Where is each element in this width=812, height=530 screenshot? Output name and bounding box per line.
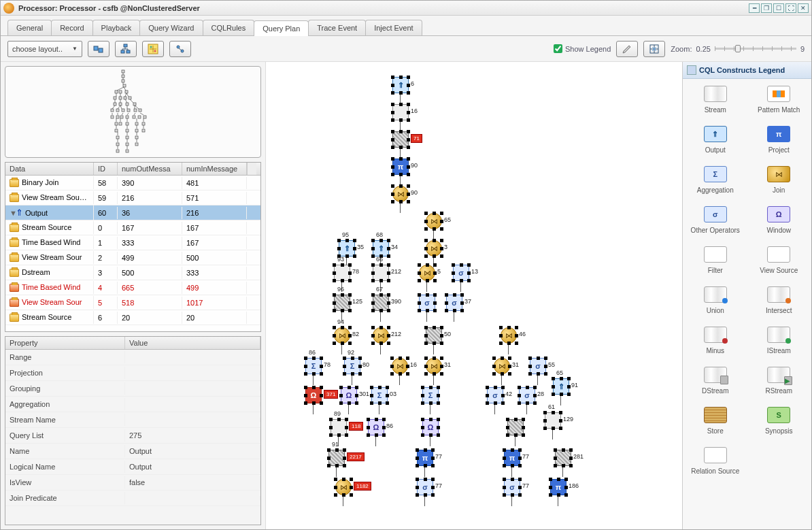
table-row[interactable]: Dstream3500333 bbox=[5, 265, 260, 280]
fullscreen-button[interactable]: ⛶ bbox=[785, 3, 796, 13]
table-row[interactable]: Stream Source0167167 bbox=[5, 220, 260, 235]
table-row[interactable]: View Stream Sour55181017 bbox=[5, 295, 260, 310]
property-row[interactable]: IsViewfalse bbox=[5, 475, 260, 491]
plan-node-sigma[interactable]: σ77 bbox=[417, 479, 433, 495]
plan-node-join[interactable]: ⋈9482 bbox=[334, 327, 350, 344]
toolbar-button-3[interactable] bbox=[142, 41, 164, 57]
plan-node-store[interactable]: 61129 bbox=[545, 412, 561, 429]
plan-node-join[interactable]: ⋈1182 bbox=[335, 479, 352, 495]
plan-node-join[interactable]: ⋈16 bbox=[392, 358, 408, 374]
minimap[interactable] bbox=[5, 66, 261, 158]
maximize-button[interactable]: ☐ bbox=[773, 3, 784, 13]
plan-node-store[interactable]: 89118 bbox=[331, 419, 347, 435]
property-row[interactable]: Query List275 bbox=[5, 428, 260, 444]
plan-node-join[interactable]: ⋈3 bbox=[426, 240, 442, 256]
table-row[interactable]: Time Based Wind4665499 bbox=[5, 280, 260, 295]
table-row[interactable]: View Stream Source59216571 bbox=[5, 191, 260, 205]
fit-button[interactable] bbox=[643, 41, 665, 57]
plan-node-sigma[interactable]: σ42 bbox=[487, 387, 503, 403]
plan-node-hatch[interactable]: 50 bbox=[426, 327, 442, 344]
plan-node-hatch[interactable]: 67390 bbox=[373, 295, 389, 311]
col-header-id[interactable]: ID bbox=[94, 163, 118, 175]
plan-node-join[interactable]: ⋈5 bbox=[419, 265, 435, 281]
tab-inject-event[interactable]: Inject Event bbox=[365, 20, 422, 35]
toolbar-button-1[interactable] bbox=[88, 41, 109, 57]
property-row[interactable]: NameOutput bbox=[5, 444, 260, 459]
col-header-in[interactable]: numInMessage bbox=[182, 163, 247, 175]
tab-playback[interactable]: Playback bbox=[92, 20, 141, 35]
plan-node-omega[interactable]: Ω86 bbox=[368, 419, 384, 435]
plan-node-agg[interactable]: Σ9280 bbox=[344, 358, 360, 374]
plan-node-join[interactable]: ⋈31 bbox=[426, 358, 442, 374]
tab-query-wizard[interactable]: Query Wizard bbox=[139, 20, 203, 35]
plan-node-store[interactable]: 9378 bbox=[334, 265, 350, 281]
plan-node-output[interactable]: ⇑6591 bbox=[553, 378, 569, 395]
col-header-data[interactable]: Data bbox=[5, 163, 94, 175]
tab-general[interactable]: General bbox=[7, 20, 52, 35]
plan-node-sigma[interactable]: σ77 bbox=[504, 479, 520, 495]
query-plan-canvas[interactable]: ⇑61671π90⋈90⋈65⇑9535⇑6834⋈3937866212⋈5σ1… bbox=[266, 62, 682, 529]
plan-node-join[interactable]: ⋈31 bbox=[494, 358, 510, 374]
plan-node-agg[interactable]: Σ bbox=[422, 387, 439, 403]
plan-node-store[interactable]: 16 bbox=[392, 104, 409, 120]
show-legend-input[interactable] bbox=[554, 44, 562, 53]
layout-select[interactable]: choose layout.. ▼ bbox=[7, 41, 82, 57]
table-row[interactable]: Stream Source62020 bbox=[5, 310, 260, 325]
plan-node-output[interactable]: ⇑9535 bbox=[339, 240, 355, 256]
plan-node-project[interactable]: π90 bbox=[392, 159, 409, 175]
plan-node-store[interactable]: 66212 bbox=[373, 265, 389, 281]
plan-node-project[interactable]: π77 bbox=[417, 450, 433, 466]
minimize-button[interactable]: ━ bbox=[749, 3, 760, 13]
plan-node-agg[interactable]: Σ03 bbox=[371, 387, 388, 403]
table-row[interactable]: View Stream Sour2499500 bbox=[5, 250, 260, 265]
toolbar-button-2[interactable] bbox=[115, 41, 137, 57]
property-row[interactable]: Join Predicate bbox=[5, 491, 260, 506]
plan-node-sigma[interactable]: σ bbox=[419, 295, 435, 311]
col-header-out[interactable]: numOutMessa bbox=[118, 163, 182, 175]
plan-node-sigma[interactable]: σ28 bbox=[519, 387, 535, 403]
toolbar-button-4[interactable] bbox=[169, 41, 191, 57]
property-grid-body[interactable]: RangeProjectionGroupingAggregationStream… bbox=[5, 350, 260, 525]
plan-node-agg[interactable]: Σ8678 bbox=[305, 358, 322, 374]
plan-node-output[interactable]: ⇑6 bbox=[392, 77, 409, 93]
property-row[interactable]: Stream Name bbox=[5, 412, 260, 428]
restore-down-button[interactable]: ❐ bbox=[761, 3, 772, 13]
data-grid-body[interactable]: Binary Join58390481View Stream Source592… bbox=[5, 176, 260, 331]
plan-node-sigma[interactable]: σ55 bbox=[530, 358, 546, 374]
col-header-property[interactable]: Property bbox=[5, 337, 125, 349]
plan-node-hatch[interactable] bbox=[507, 419, 524, 435]
zoom-slider[interactable] bbox=[715, 48, 796, 50]
show-legend-checkbox[interactable]: Show Legend bbox=[554, 44, 611, 53]
property-row[interactable]: Aggregation bbox=[5, 397, 260, 412]
tab-query-plan[interactable]: Query Plan bbox=[254, 20, 309, 36]
col-header-value[interactable]: Value bbox=[125, 337, 260, 349]
plan-node-join[interactable]: ⋈46 bbox=[501, 327, 517, 344]
plan-node-hatch[interactable]: 96125 bbox=[334, 295, 350, 311]
tab-record[interactable]: Record bbox=[51, 20, 92, 35]
table-row[interactable]: Time Based Wind1333167 bbox=[5, 235, 260, 250]
property-row[interactable]: Grouping bbox=[5, 381, 260, 397]
table-row[interactable]: ▼⇑ Output6036216 bbox=[5, 205, 260, 220]
close-button[interactable]: ✕ bbox=[798, 3, 809, 13]
property-row[interactable]: Projection bbox=[5, 365, 260, 381]
plan-node-sigma[interactable]: σ37 bbox=[446, 295, 462, 311]
tab-cqlrules[interactable]: CQLRules bbox=[203, 20, 255, 35]
property-row[interactable]: Logical NameOutput bbox=[5, 459, 260, 475]
plan-node-join[interactable]: ⋈90 bbox=[392, 186, 409, 202]
table-row[interactable]: Binary Join58390481 bbox=[5, 176, 260, 191]
plan-node-hatch[interactable]: 281 bbox=[555, 450, 571, 466]
plan-node-sigma[interactable]: σ13 bbox=[453, 265, 469, 281]
plan-node-omega[interactable]: Ω301 bbox=[341, 387, 357, 403]
plan-node-join[interactable]: ⋈212 bbox=[373, 327, 389, 344]
plan-node-omega[interactable]: Ω371 bbox=[305, 387, 322, 403]
plan-node-hatch[interactable]: 71 bbox=[392, 131, 409, 148]
plan-node-project[interactable]: π186 bbox=[550, 479, 566, 495]
tab-trace-event[interactable]: Trace Event bbox=[308, 20, 366, 35]
plan-node-output[interactable]: ⇑6834 bbox=[373, 240, 389, 256]
settings-button[interactable] bbox=[616, 41, 638, 57]
plan-node-project[interactable]: π77 bbox=[504, 450, 520, 466]
plan-node-hatch[interactable]: 912217 bbox=[328, 450, 345, 466]
plan-node-join[interactable]: ⋈65 bbox=[426, 213, 442, 229]
plan-node-omega[interactable]: Ω bbox=[422, 419, 439, 435]
property-row[interactable]: Range bbox=[5, 350, 260, 365]
